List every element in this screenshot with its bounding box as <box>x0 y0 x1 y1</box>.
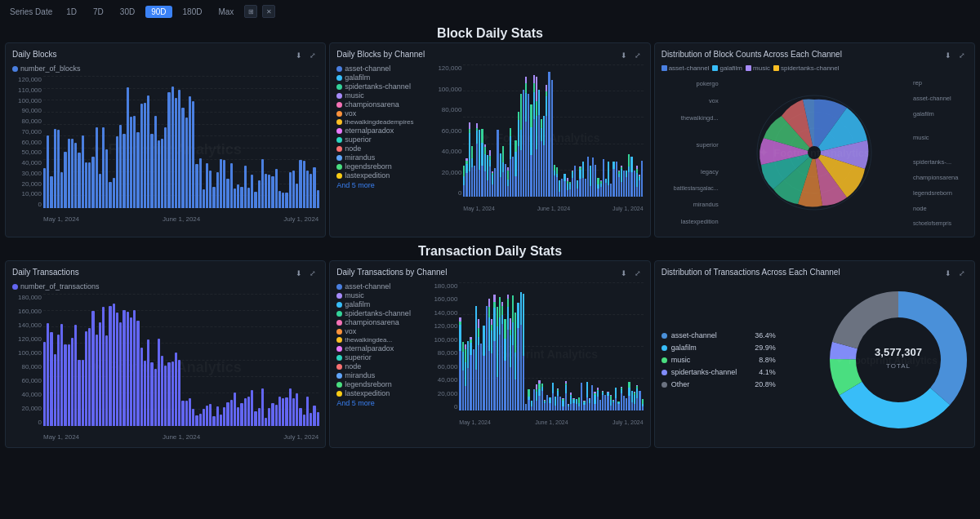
daily-blocks-card: Daily Blocks ⬇ ⤢ number_of_blocks ✦Footp… <box>5 42 326 237</box>
donut-svg: 3,577,307 TOTAL <box>804 286 968 433</box>
expand-icon[interactable]: ⤢ <box>307 50 318 61</box>
block-charts-grid: Daily Blocks ⬇ ⤢ number_of_blocks ✦Footp… <box>0 42 980 241</box>
daily-transactions-title: Daily Transactions <box>12 268 79 277</box>
time-btn-7d[interactable]: 7D <box>87 6 109 18</box>
expand-icon-5[interactable]: ⤢ <box>632 268 644 279</box>
svg-point-3 <box>808 146 821 159</box>
series-date-label: Series Date <box>10 7 52 16</box>
time-btn-180d[interactable]: 180D <box>177 6 208 18</box>
download-icon[interactable]: ⬇ <box>293 50 305 61</box>
time-btn-90d[interactable]: 90D <box>145 6 172 18</box>
download-icon-3[interactable]: ⬇ <box>942 50 954 61</box>
donut-chart: asset-channel 36.4% galafilm 29.9% music… <box>662 282 968 437</box>
daily-transactions-chart: ✦Footprint Analytics 180,000160,000140,0… <box>12 294 318 441</box>
block-section-title: Block Daily Stats <box>0 23 980 42</box>
download-icon-5[interactable]: ⬇ <box>618 268 630 279</box>
download-icon-2[interactable]: ⬇ <box>618 50 630 61</box>
daily-blocks-chart: ✦Footprint Analytics 120,000110,000100,0… <box>12 76 318 223</box>
svg-point-9 <box>858 319 939 401</box>
expand-icon-2[interactable]: ⤢ <box>632 50 644 61</box>
rose-chart: ✦Footprint Analytics pokergovoxthewalkin… <box>662 75 968 230</box>
download-icon-6[interactable]: ⬇ <box>942 268 954 279</box>
daily-transactions-card: Daily Transactions ⬇ ⤢ number_of_transac… <box>5 260 326 448</box>
time-btn-1d[interactable]: 1D <box>60 6 82 18</box>
time-btn-max[interactable]: Max <box>212 6 239 18</box>
rose-labels-right: repasset-channelgalafilmmusic spidertank… <box>911 75 968 230</box>
close-icon[interactable]: ✕ <box>262 5 275 18</box>
dist-tx-title: Distribution of Transactions Across Each… <box>662 268 840 277</box>
daily-tx-legend: number_of_transactions <box>20 282 100 291</box>
rose-svg <box>749 87 880 218</box>
daily-blocks-legend-label: number_of_blocks <box>20 64 81 73</box>
transaction-section-title: Transaction Daily Stats <box>0 241 980 260</box>
daily-tx-channel-card: Daily Transactions by Channel ⬇ ⤢ asset-… <box>329 260 650 448</box>
svg-text:TOTAL: TOTAL <box>886 362 911 370</box>
dist-block-counts-card: Distribution of Block Counts Across Each… <box>654 42 975 237</box>
and-more-blocks[interactable]: And 5 more <box>336 181 430 189</box>
dist-tx-card: Distribution of Transactions Across Each… <box>654 260 975 448</box>
expand-icon-6[interactable]: ⤢ <box>956 268 968 279</box>
expand-icon-3[interactable]: ⤢ <box>956 50 968 61</box>
donut-legend: asset-channel 36.4% galafilm 29.9% music… <box>662 331 776 388</box>
daily-blocks-channel-card: Daily Blocks by Channel ⬇ ⤢ asset-channe… <box>329 42 650 237</box>
transaction-charts-grid: Daily Transactions ⬇ ⤢ number_of_transac… <box>0 260 980 451</box>
grid-icon[interactable]: ⊞ <box>244 5 257 18</box>
daily-blocks-channel-title: Daily Blocks by Channel <box>336 50 425 59</box>
svg-text:3,577,307: 3,577,307 <box>875 346 922 358</box>
rose-labels-left: pokergovoxthewalkingd...superior legacyb… <box>662 75 719 230</box>
y-axis-labels: 120,000110,000100,00090,000 80,00070,000… <box>12 76 43 208</box>
and-more-tx[interactable]: And 5 more <box>336 399 426 407</box>
daily-blocks-title: Daily Blocks <box>12 50 56 59</box>
top-bar: Series Date 1D 7D 30D 90D 180D Max ⊞ ✕ <box>0 0 980 23</box>
expand-icon-4[interactable]: ⤢ <box>307 268 318 279</box>
dist-block-counts-title: Distribution of Block Counts Across Each… <box>662 50 842 59</box>
time-btn-30d[interactable]: 30D <box>114 6 140 18</box>
download-icon-4[interactable]: ⬇ <box>293 268 305 279</box>
daily-tx-channel-title: Daily Transactions by Channel <box>336 268 447 277</box>
rose-top-legend: asset-channel galafilm music spidertanks… <box>662 64 968 72</box>
